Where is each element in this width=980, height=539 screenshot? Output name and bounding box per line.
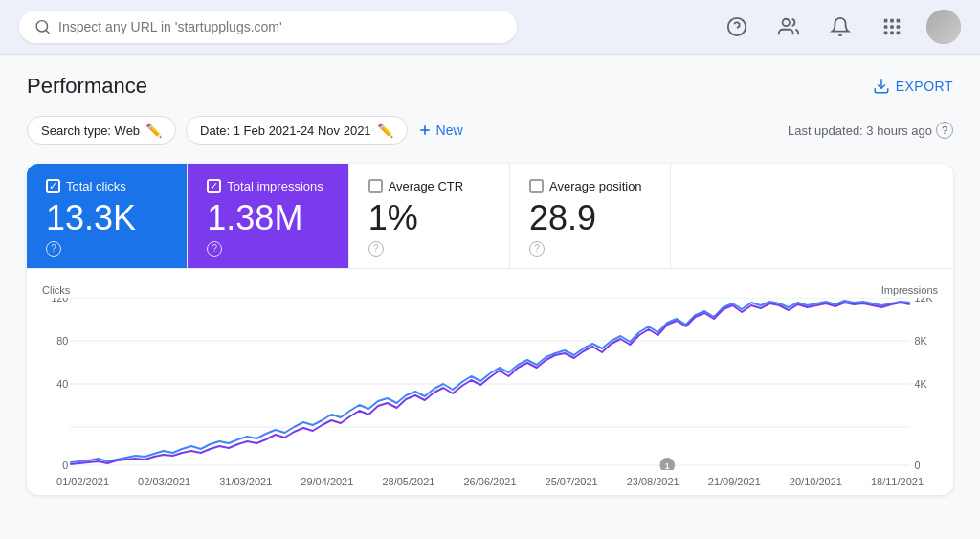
chart-x-labels: 01/02/2021 02/03/2021 31/03/2021 29/04/2… xyxy=(42,476,938,487)
info-icon-ctr[interactable]: ? xyxy=(368,241,384,257)
stat-header-position: Average position xyxy=(529,179,651,193)
svg-rect-5 xyxy=(884,19,888,23)
stat-card-average-position[interactable]: Average position 28.9 ? xyxy=(510,164,671,268)
svg-rect-11 xyxy=(884,32,888,35)
svg-text:120: 120 xyxy=(51,298,68,303)
svg-rect-10 xyxy=(897,25,901,29)
x-label-0: 01/02/2021 xyxy=(42,476,123,487)
filter-row-left: Search type: Web ✏️ Date: 1 Feb 2021-24 … xyxy=(27,116,463,145)
stat-info-position: ? xyxy=(529,241,651,257)
search-type-filter[interactable]: Search type: Web ✏️ xyxy=(27,116,176,145)
stat-checkbox-clicks[interactable] xyxy=(46,179,60,193)
svg-line-1 xyxy=(46,30,49,33)
stat-info-clicks: ? xyxy=(46,241,167,257)
help-icon[interactable] xyxy=(720,10,754,44)
svg-rect-8 xyxy=(884,25,888,29)
x-label-5: 26/06/2021 xyxy=(449,476,530,487)
filter-row: Search type: Web ✏️ Date: 1 Feb 2021-24 … xyxy=(27,116,953,145)
svg-text:40: 40 xyxy=(56,377,68,389)
info-icon-clicks[interactable]: ? xyxy=(46,241,61,257)
stat-info-impressions: ? xyxy=(207,241,328,257)
svg-text:80: 80 xyxy=(56,334,68,346)
bell-icon[interactable] xyxy=(823,10,858,44)
search-input[interactable] xyxy=(58,19,501,34)
stat-header-ctr: Average CTR xyxy=(368,179,490,193)
x-label-1: 02/03/2021 xyxy=(123,476,205,487)
avatar[interactable] xyxy=(926,10,961,44)
x-label-2: 31/03/2021 xyxy=(205,476,286,487)
svg-text:4K: 4K xyxy=(915,377,928,389)
search-box[interactable] xyxy=(19,11,517,43)
svg-text:8K: 8K xyxy=(915,334,928,346)
stat-value-ctr: 1% xyxy=(368,199,490,237)
export-button[interactable]: EXPORT xyxy=(873,78,953,95)
stat-checkbox-impressions[interactable] xyxy=(207,179,221,193)
stat-header-impressions: Total impressions xyxy=(207,179,328,193)
performance-chart: 120 80 40 0 12K 8K 4K 0 1 xyxy=(42,298,938,470)
stat-card-total-impressions[interactable]: Total impressions 1.38M ? xyxy=(188,164,348,268)
date-filter[interactable]: Date: 1 Feb 2021-24 Nov 2021 ✏️ xyxy=(186,116,408,145)
svg-text:12K: 12K xyxy=(915,298,934,303)
x-label-9: 20/10/2021 xyxy=(775,476,857,487)
stat-card-average-ctr[interactable]: Average CTR 1% ? xyxy=(349,164,510,268)
stat-header-clicks: Total clicks xyxy=(46,179,167,193)
x-label-10: 18/11/2021 xyxy=(857,476,938,487)
top-bar-icons xyxy=(720,10,961,44)
svg-rect-7 xyxy=(897,19,901,23)
edit-pencil-icon: ✏️ xyxy=(377,123,393,138)
svg-rect-9 xyxy=(890,25,894,29)
stat-label-clicks: Total clicks xyxy=(66,179,126,193)
info-icon-position[interactable]: ? xyxy=(529,241,545,257)
stats-row: Total clicks 13.3K ? Total impressions 1… xyxy=(27,164,953,269)
stat-label-impressions: Total impressions xyxy=(227,179,323,193)
stat-checkbox-position[interactable] xyxy=(529,179,544,193)
stats-container: Total clicks 13.3K ? Total impressions 1… xyxy=(27,164,953,495)
chart-wrapper: 120 80 40 0 12K 8K 4K 0 1 xyxy=(42,298,938,470)
last-updated-help-icon[interactable]: ? xyxy=(936,122,953,139)
stat-checkbox-ctr[interactable] xyxy=(368,179,383,193)
stat-label-ctr: Average CTR xyxy=(389,179,464,193)
svg-rect-6 xyxy=(890,19,894,23)
chart-area: Clicks Impressions 120 80 40 0 xyxy=(27,269,953,495)
header-row: Performance EXPORT xyxy=(27,74,953,99)
svg-rect-12 xyxy=(890,32,894,35)
stat-value-clicks: 13.3K xyxy=(46,199,167,237)
x-label-6: 25/07/2021 xyxy=(531,476,612,487)
page-title: Performance xyxy=(27,74,147,99)
x-label-4: 28/05/2021 xyxy=(368,476,449,487)
plus-icon xyxy=(417,123,433,138)
edit-icon: ✏️ xyxy=(145,123,162,138)
svg-text:1: 1 xyxy=(665,460,670,469)
export-icon xyxy=(873,78,890,95)
last-updated: Last updated: 3 hours ago ? xyxy=(788,122,953,139)
y-left-axis-label: Clicks xyxy=(42,284,70,296)
chart-top-labels: Clicks Impressions xyxy=(42,284,938,296)
x-label-3: 29/04/2021 xyxy=(286,476,368,487)
x-label-8: 21/09/2021 xyxy=(694,476,775,487)
svg-text:0: 0 xyxy=(62,459,68,469)
search-icon xyxy=(34,18,51,35)
users-icon[interactable] xyxy=(771,10,806,44)
main-content: Performance EXPORT Search type: Web ✏️ D… xyxy=(0,55,980,514)
top-bar xyxy=(0,0,980,55)
stat-value-position: 28.9 xyxy=(529,199,651,237)
info-icon-impressions[interactable]: ? xyxy=(207,241,222,257)
stat-label-position: Average position xyxy=(549,179,642,193)
stat-card-empty xyxy=(671,164,953,268)
svg-text:0: 0 xyxy=(915,459,921,469)
grid-icon[interactable] xyxy=(875,10,909,44)
stat-card-total-clicks[interactable]: Total clicks 13.3K ? xyxy=(27,164,188,268)
x-label-7: 23/08/2021 xyxy=(612,476,694,487)
y-right-axis-label: Impressions xyxy=(881,284,938,296)
svg-point-4 xyxy=(783,19,790,26)
stat-value-impressions: 1.38M xyxy=(207,199,328,237)
new-button[interactable]: New xyxy=(417,123,463,138)
stat-info-ctr: ? xyxy=(368,241,490,257)
svg-rect-13 xyxy=(897,32,901,35)
